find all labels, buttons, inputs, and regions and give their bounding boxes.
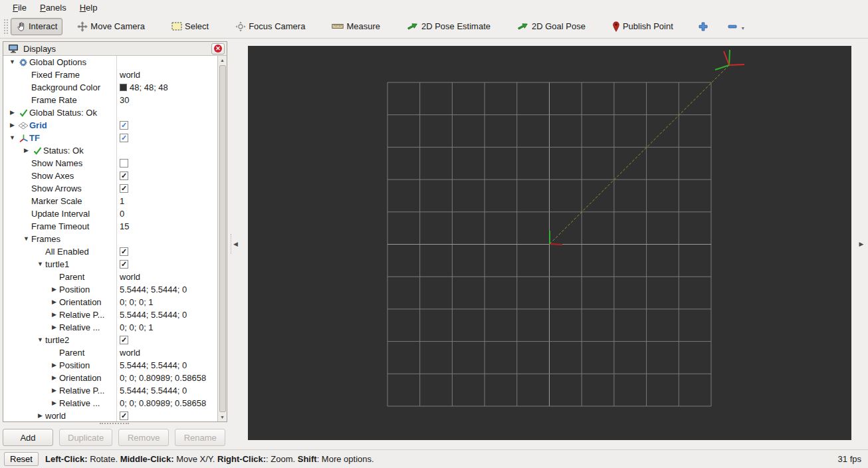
- add-button[interactable]: Add: [3, 429, 53, 446]
- tree-row-orientation[interactable]: ▶Orientation0; 0; 0; 1: [3, 296, 217, 308]
- checkbox-unchecked[interactable]: [120, 159, 128, 168]
- tool-move-camera[interactable]: Move Camera: [72, 18, 150, 35]
- tree-row-parent[interactable]: ▶Parentworld: [3, 271, 217, 283]
- expander-icon[interactable]: ▶: [7, 119, 17, 132]
- expander-icon[interactable]: ▶: [49, 384, 59, 397]
- tree-row-grid[interactable]: ▶Grid✓: [3, 119, 217, 132]
- tree-row-relative[interactable]: ▶Relative ...0; 0; 0; 1: [3, 321, 217, 334]
- property-value[interactable]: 15: [116, 220, 217, 233]
- property-value[interactable]: world: [116, 68, 217, 81]
- tree-row-orientation[interactable]: ▶Orientation0; 0; 0.80989; 0.58658: [3, 372, 217, 384]
- property-value[interactable]: 5.5444; 5.5444; 0: [116, 359, 217, 372]
- tree-row-update-interval[interactable]: ▶Update Interval0: [3, 207, 217, 220]
- tool-select[interactable]: Select: [166, 18, 214, 35]
- tree-row-frame-timeout[interactable]: ▶Frame Timeout15: [3, 220, 217, 233]
- property-value[interactable]: ✓: [116, 245, 217, 258]
- tree-row-position[interactable]: ▶Position5.5444; 5.5444; 0: [3, 359, 217, 372]
- property-value[interactable]: 5.5444; 5.5444; 0: [116, 283, 217, 296]
- tree-row-tf[interactable]: ▼TF✓: [3, 132, 217, 144]
- expander-icon[interactable]: ▶: [35, 410, 45, 421]
- expander-icon[interactable]: ▶: [49, 397, 59, 410]
- tree-row-relative-p[interactable]: ▶Relative P...5.5444; 5.5444; 0: [3, 308, 217, 321]
- expander-icon[interactable]: ▶: [49, 321, 59, 334]
- menu-file[interactable]: File: [7, 1, 33, 14]
- expander-icon[interactable]: ▶: [49, 308, 59, 321]
- checkbox-checked[interactable]: ✓: [120, 260, 128, 269]
- scroll-down-icon[interactable]: ▼: [218, 413, 227, 421]
- checkbox-checked[interactable]: ✓: [120, 247, 128, 256]
- property-value[interactable]: 5.5444; 5.5444; 0: [116, 308, 217, 321]
- tool-interact[interactable]: Interact: [11, 18, 62, 35]
- collapse-right-panel-icon[interactable]: ▶: [857, 234, 866, 254]
- panel-splitter-handle[interactable]: [100, 423, 129, 426]
- property-value[interactable]: 30: [116, 94, 217, 106]
- property-value[interactable]: [116, 106, 217, 119]
- tool-focus-camera[interactable]: Focus Camera: [230, 18, 310, 35]
- panel-close-button[interactable]: ✕: [211, 43, 225, 55]
- expander-icon[interactable]: ▶: [49, 359, 59, 372]
- tree-row-show-arrows[interactable]: ▶Show Arrows✓: [3, 182, 217, 195]
- property-value[interactable]: 48; 48; 48: [116, 81, 217, 94]
- property-value[interactable]: [116, 233, 217, 245]
- menu-help[interactable]: Help: [74, 1, 104, 14]
- tool-measure[interactable]: Measure: [326, 18, 385, 35]
- tree-row-marker-scale[interactable]: ▶Marker Scale1: [3, 195, 217, 207]
- property-value[interactable]: 0; 0; 0.80989; 0.58658: [116, 372, 217, 384]
- property-value[interactable]: ✓: [116, 119, 217, 132]
- property-value[interactable]: ✓: [116, 334, 217, 346]
- expander-icon[interactable]: ▼: [7, 56, 17, 68]
- tool-publish-point[interactable]: Publish Point: [607, 18, 679, 35]
- expander-icon[interactable]: ▼: [7, 132, 17, 144]
- reset-button[interactable]: Reset: [4, 452, 39, 466]
- tree-row-position[interactable]: ▶Position5.5444; 5.5444; 0: [3, 283, 217, 296]
- collapse-left-panel-icon[interactable]: ◀: [231, 234, 240, 254]
- 3d-viewport[interactable]: [248, 46, 851, 440]
- property-value[interactable]: 5.5444; 5.5444; 0: [116, 384, 217, 397]
- property-value[interactable]: [116, 157, 217, 170]
- property-value[interactable]: ✓: [116, 182, 217, 195]
- property-value[interactable]: ✓: [116, 132, 217, 144]
- menu-panels[interactable]: Panels: [34, 1, 72, 14]
- tool-2d-pose-estimate[interactable]: 2D Pose Estimate: [401, 18, 496, 35]
- property-value[interactable]: 0: [116, 207, 217, 220]
- tree-row-show-axes[interactable]: ▶Show Axes✓: [3, 170, 217, 182]
- property-value[interactable]: 0; 0; 0; 1: [116, 296, 217, 308]
- tool-2d-goal-pose[interactable]: 2D Goal Pose: [512, 18, 591, 35]
- property-value[interactable]: [116, 56, 217, 68]
- tree-row-global-options[interactable]: ▼Global Options: [3, 56, 217, 68]
- scroll-up-icon[interactable]: ▲: [218, 56, 227, 64]
- expander-icon[interactable]: ▶: [21, 144, 31, 157]
- tree-row-frames[interactable]: ▼Frames: [3, 233, 217, 245]
- property-value[interactable]: 0; 0; 0; 1: [116, 321, 217, 334]
- tree-row-fixed-frame[interactable]: ▶Fixed Frameworld: [3, 68, 217, 81]
- tree-row-status-ok[interactable]: ▶Status: Ok: [3, 144, 217, 157]
- property-value[interactable]: 0; 0; 0.80989; 0.58658: [116, 397, 217, 410]
- tree-row-parent[interactable]: ▶Parentworld: [3, 346, 217, 359]
- checkbox-checked[interactable]: ✓: [120, 336, 128, 344]
- tree-row-global-status-ok[interactable]: ▶Global Status: Ok: [3, 106, 217, 119]
- property-value[interactable]: [116, 144, 217, 157]
- expander-icon[interactable]: ▶: [49, 283, 59, 296]
- tree-row-show-names[interactable]: ▶Show Names: [3, 157, 217, 170]
- property-value[interactable]: ✓: [116, 258, 217, 271]
- checkbox-checked[interactable]: ✓: [120, 134, 128, 142]
- tree-row-world[interactable]: ▶world✓: [3, 410, 217, 421]
- tree-row-all-enabled[interactable]: ▶All Enabled✓: [3, 245, 217, 258]
- tree-row-turtle1[interactable]: ▼turtle1✓: [3, 258, 217, 271]
- tool-add-tool-plus[interactable]: [695, 19, 712, 35]
- expander-icon[interactable]: ▼: [21, 233, 31, 245]
- expander-icon[interactable]: ▶: [7, 106, 17, 119]
- toolbar-drag-handle[interactable]: [4, 19, 8, 34]
- expander-icon[interactable]: ▶: [49, 296, 59, 308]
- scrollbar-thumb[interactable]: [219, 65, 226, 412]
- tree-row-turtle2[interactable]: ▼turtle2✓: [3, 334, 217, 346]
- property-value[interactable]: world: [116, 346, 217, 359]
- expander-icon[interactable]: ▼: [35, 258, 45, 271]
- tree-row-relative[interactable]: ▶Relative ...0; 0; 0.80989; 0.58658: [3, 397, 217, 410]
- checkbox-checked[interactable]: ✓: [120, 172, 128, 180]
- tree-row-background-color[interactable]: ▶Background Color48; 48; 48: [3, 81, 217, 94]
- property-value[interactable]: ✓: [116, 410, 217, 421]
- tree-row-frame-rate[interactable]: ▶Frame Rate30: [3, 94, 217, 106]
- tool-remove-tool-minus[interactable]: ▾: [724, 19, 748, 35]
- property-value[interactable]: world: [116, 271, 217, 283]
